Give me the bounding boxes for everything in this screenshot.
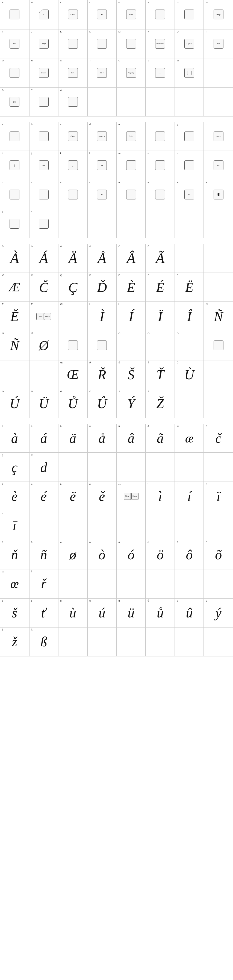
label-aring: å [89,425,91,428]
label-ucirc: û [177,600,178,602]
cell-label-U: U [118,59,120,62]
cell-K: K [58,29,88,58]
key-lz [39,219,49,229]
key-la [10,132,19,141]
label-Euml: Ë [177,274,179,277]
cell-empty-lac1-5 [175,453,204,482]
cell-label-B: B [31,2,33,4]
key-X: Del [10,97,19,107]
cell-lv: v [145,180,175,209]
cell-key-row4-2 [88,331,116,360]
cell-aring: å å [88,424,116,453]
cell-label-ln: n [147,152,149,155]
char-uacute: ú [99,605,105,621]
label-AElig: Æ [2,274,4,277]
label-oacute: ó [118,541,120,544]
label-Acirc: Â [118,245,120,247]
cell-label-lv: v [147,181,149,184]
cell-label-T: T [89,59,91,62]
key-ld: Page On [97,132,107,141]
cell-F: F [145,0,175,29]
label-Agrave: À [2,245,3,247]
cell-label-ly: y [2,210,3,213]
char-aelig: æ [185,431,194,445]
char-Aacute: Á [39,250,48,266]
key-le-label: Enter [129,135,133,137]
key-C-label: Clear [70,14,75,16]
cell-empty-ur5-1 [0,360,29,389]
key-Z [68,97,78,107]
cell-ccedil: ç ç [0,453,29,482]
char-iacute: í [187,488,191,504]
char-Ugrave: Ù [184,367,194,382]
key-G [184,10,194,19]
key-lw-label: ↵ [188,193,190,196]
label-Egrave: È [118,274,120,277]
accent-lower-row2: è è é é ë ë ě ě ch Clear Home ì ì í í ï … [0,482,233,511]
key-D: ⇤ [97,10,107,19]
cell-Otilde: Õ [175,331,204,360]
key-lh: Home [214,132,223,141]
char-Euml: Ë [185,279,194,295]
key-lk-label: ↓ [72,163,74,167]
cell-empty-lac2-2 [58,511,88,540]
cell-Acirc: Â Â [116,243,146,273]
key-row4-1 [68,340,78,350]
cell-empty-lac2-4 [116,511,146,540]
key-L [97,39,107,49]
cell-Dstroke: Ð Ď [88,273,116,302]
char-igrave: ì [158,488,162,504]
cell-empty-r4-4 [175,87,204,116]
key-S: F14 [68,68,78,78]
label-Iacute: Í [118,303,120,305]
key-I-label: Ins [13,43,16,45]
cell-Ntilde2: Ñ Ñ [0,331,29,360]
cell-ln: n [145,151,175,180]
key-K [68,39,78,49]
cell-T: T Tab ⇥ [88,58,116,87]
key-lw: ↵ [184,189,194,199]
cell-Uacute: Ú Ú [0,389,29,418]
key-lh-label: Home [216,135,221,137]
key-ly [10,219,19,229]
label-oelig: œ [2,571,4,573]
cell-imacron: ī ī [0,511,29,540]
char-Uacute: Ú [10,396,19,411]
key-clear-small: Clear [36,313,43,320]
char-uring: ů [157,605,164,621]
key-home-small: Home [44,313,51,320]
char-ocirc: ô [186,547,193,563]
accent-lower-row4: š š ť ť ù ù ú ú ü ü ů ů û û ý ý [0,598,233,627]
cell-aacute: á á [29,424,59,453]
cell-dcaron: ď d [29,453,59,482]
cell-label-ld: d [89,123,91,126]
cell-empty-r4-3 [145,87,175,116]
cell-P: P F13 [204,29,233,58]
cell-egrave: è è [0,482,29,511]
cell-ucirc: û û [175,598,204,627]
cell-empty-ur6-2 [204,389,233,418]
char-ccaron: č [215,430,222,446]
label-ouml: ö [147,541,149,544]
char-egrave: è [11,488,18,504]
key-O-label: Option [187,43,192,45]
cell-szlig: ß ß [29,627,59,656]
two-keys-clear-home-lower: Clear Home [124,493,139,500]
cell-Zcaron: Ž Ž [145,389,175,418]
key-ls [68,189,78,199]
keyboard-row-2: I Ins J Help K L M N Num Lock O Option [0,29,233,58]
cell-li: i ↑ [0,151,29,180]
label-Dstroke: Ð [89,274,91,277]
label-Ouml: Ö [147,332,149,335]
cell-label-lg: g [177,123,178,126]
cell-label-J: J [31,30,32,33]
cell-Aacute: Á Á [29,243,59,273]
cell-E: E End [116,0,146,29]
cell-B: B ⌐ [29,0,59,29]
char-Yacute: Ý [127,396,135,411]
key-P: F13 [214,39,223,49]
cell-U: U Page Up [116,58,146,87]
cell-V: V + [145,58,175,87]
cell-Ugrave: Ù Ù [175,360,204,389]
cell-tcaron: ť ť [29,598,59,627]
